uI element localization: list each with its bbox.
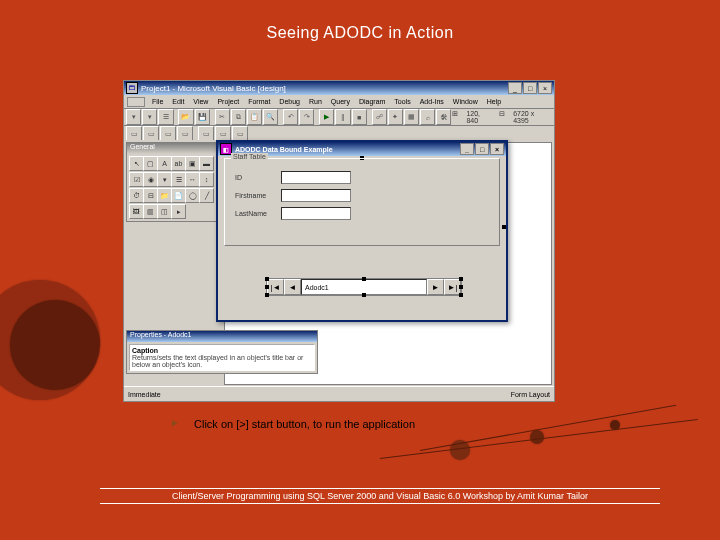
shape-tool[interactable]: ◯ [185,188,200,203]
find-button[interactable]: 🔍 [263,109,278,125]
adodc-next-button[interactable]: ► [427,279,444,295]
slide-footer: Client/Server Programming using SQL Serv… [100,488,660,504]
add-form-button[interactable]: ▾ [142,109,157,125]
paste-button[interactable]: 📋 [247,109,262,125]
adodc-control[interactable]: |◄ ◄ Adodc1 ► ►| [266,278,462,296]
size-icon: ⊟ [499,110,505,124]
menu-window[interactable]: Window [449,98,482,105]
form-close-button[interactable]: × [490,143,504,155]
menu-view[interactable]: View [189,98,212,105]
toolbox-panel: General ↖ ▢ A ab ▣ ▬ ☑ ◉ ▾ ☰ ↔ ↕ ⏱ ⊟ 📁 📄… [126,142,218,222]
ole-tool[interactable]: ◫ [157,204,172,219]
menu-query[interactable]: Query [327,98,354,105]
pointer-tool[interactable]: ↖ [129,156,144,171]
timer-tool[interactable]: ⏱ [129,188,144,203]
object-browser-button[interactable]: ⌕ [420,109,435,125]
selection-handle[interactable] [459,277,463,281]
form-client-area[interactable]: ID Firstname LastName |◄ ◄ Adodc1 ► ►| [218,156,506,298]
label-firstname: Firstname [235,192,281,199]
undo-button[interactable]: ↶ [283,109,298,125]
adodc-prev-button[interactable]: ◄ [284,279,301,295]
selection-handle[interactable] [459,293,463,297]
vscroll-tool[interactable]: ↕ [199,172,214,187]
textbox-tool[interactable]: ab [171,156,186,171]
adodc-tool[interactable]: ▸ [171,204,186,219]
label-id: ID [235,174,281,181]
end-button[interactable]: ■ [352,109,367,125]
size-text: 6720 x 4395 [513,110,548,124]
status-right: Form Layout [511,391,550,398]
ide-title-text: Project1 - Microsoft Visual Basic [desig… [141,84,286,93]
menu-help[interactable]: Help [483,98,505,105]
property-name: Caption [132,347,312,354]
pos-icon: ⊞ [452,110,458,124]
listbox-tool[interactable]: ☰ [171,172,186,187]
picturebox-tool[interactable]: ▢ [143,156,158,171]
selection-handle[interactable] [265,285,269,289]
slide-title: Seeing ADODC in Action [0,24,720,42]
redo-button[interactable]: ↷ [299,109,314,125]
image-tool[interactable]: 🖼 [129,204,144,219]
properties-window-button[interactable]: ✦ [388,109,403,125]
filelist-tool[interactable]: 📄 [171,188,186,203]
label-tool[interactable]: A [157,156,172,171]
menu-project[interactable]: Project [213,98,243,105]
project-explorer-button[interactable]: ☍ [372,109,387,125]
ide-statusbar: Immediate Form Layout [124,386,554,401]
menu-editor-button[interactable]: ☰ [158,109,173,125]
ide-titlebar: 🗔 Project1 - Microsoft Visual Basic [des… [124,81,554,95]
start-button[interactable]: ▶ [319,109,334,125]
properties-title: Properties - Adodc1 [127,331,317,342]
open-button[interactable]: 📂 [178,109,193,125]
textbox-firstname[interactable] [281,189,351,202]
properties-panel: Properties - Adodc1 Caption Returns/sets… [126,330,318,374]
commandbutton-tool[interactable]: ▬ [199,156,214,171]
textbox-lastname[interactable] [281,207,351,220]
data-tool[interactable]: ▥ [143,204,158,219]
vb-icon: 🗔 [126,82,138,94]
frame-staff-table[interactable]: ID Firstname LastName [224,158,500,246]
selection-handle[interactable] [265,293,269,297]
form-title-text: ADODC Data Bound Example [235,146,333,153]
position-indicator: ⊞ 120, 840 ⊟ 6720 x 4395 [452,110,552,124]
menu-file[interactable]: File [148,98,167,105]
maximize-button[interactable]: □ [523,82,537,94]
instruction-text: Click on [>] start button, to run the ap… [194,418,415,430]
dirlist-tool[interactable]: 📁 [157,188,172,203]
frame-tool[interactable]: ▣ [185,156,200,171]
menu-debug[interactable]: Debug [275,98,304,105]
copy-button[interactable]: ⧉ [231,109,246,125]
selection-handle[interactable] [362,277,366,281]
line-tool[interactable]: ╱ [199,188,214,203]
selection-handle[interactable] [265,277,269,281]
break-button[interactable]: ‖ [335,109,350,125]
menu-diagram[interactable]: Diagram [355,98,389,105]
menu-run[interactable]: Run [305,98,326,105]
adodc-first-button[interactable]: |◄ [267,279,284,295]
menu-format[interactable]: Format [244,98,274,105]
menu-tools[interactable]: Tools [390,98,414,105]
selection-handle[interactable] [362,293,366,297]
save-button[interactable]: 💾 [195,109,210,125]
hscroll-tool[interactable]: ↔ [185,172,200,187]
combobox-tool[interactable]: ▾ [157,172,172,187]
minimize-button[interactable]: _ [508,82,522,94]
toolbox-button[interactable]: 🛠 [436,109,451,125]
instruction-bullet: ► Click on [>] start button, to run the … [170,418,415,430]
new-project-button[interactable]: ▾ [126,109,141,125]
design-form-window: ◧ ADODC Data Bound Example _ □ × ID Firs… [216,140,508,322]
menu-addins[interactable]: Add-Ins [416,98,448,105]
form-maximize-button[interactable]: □ [475,143,489,155]
cut-button[interactable]: ✂ [215,109,230,125]
selection-handle[interactable] [502,225,506,229]
drivelist-tool[interactable]: ⊟ [143,188,158,203]
form-layout-button[interactable]: ▦ [404,109,419,125]
close-button[interactable]: × [538,82,552,94]
form-minimize-button[interactable]: _ [460,143,474,155]
selection-handle[interactable] [459,285,463,289]
checkbox-tool[interactable]: ☑ [129,172,144,187]
menu-edit[interactable]: Edit [168,98,188,105]
optionbutton-tool[interactable]: ◉ [143,172,158,187]
form-sys-icon [127,97,145,107]
textbox-id[interactable] [281,171,351,184]
